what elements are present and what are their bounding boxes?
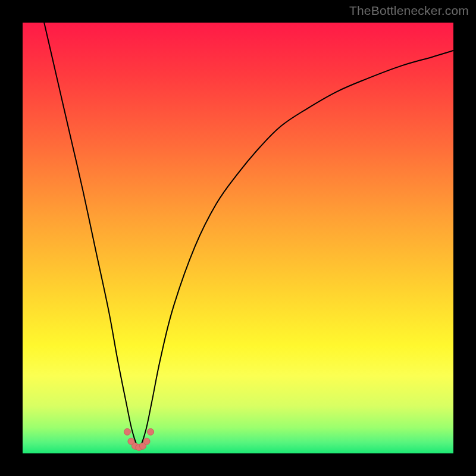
valley-marker <box>143 438 150 444</box>
plot-area <box>23 23 453 453</box>
watermark-text: TheBottlenecker.com <box>349 4 469 18</box>
valley-marker <box>148 428 154 435</box>
outer-frame: TheBottlenecker.com <box>0 0 476 476</box>
valley-marker <box>124 428 130 435</box>
chart-svg <box>23 23 453 453</box>
gradient-background <box>23 23 453 453</box>
